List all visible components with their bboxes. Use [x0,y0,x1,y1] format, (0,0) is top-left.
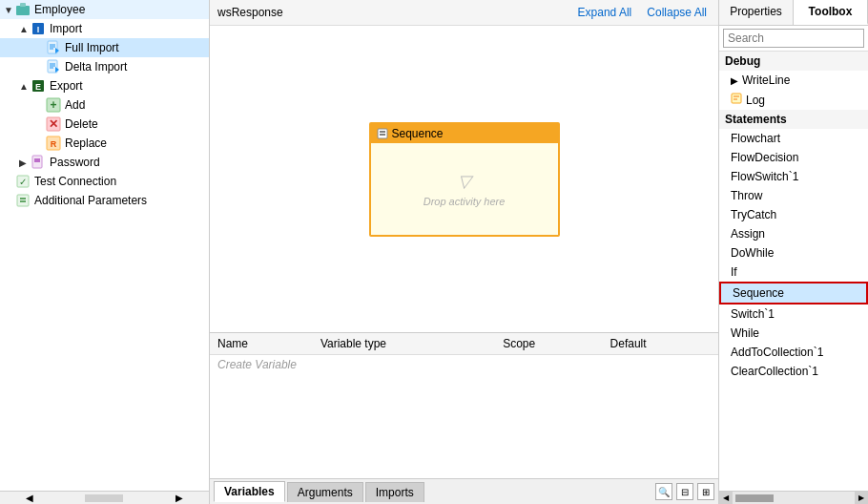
sidebar-item-replace[interactable]: R Replace [0,134,209,153]
sequence-label: Sequence [733,286,784,300]
toolbox-item-flowdecision[interactable]: FlowDecision [719,148,868,167]
toolbox-item-switch1[interactable]: Switch`1 [719,304,868,324]
zoom-out-button[interactable]: ⊟ [676,483,693,500]
sidebar-item-additional-parameters[interactable]: Additional Parameters [0,191,209,210]
log-icon [731,93,742,107]
expand-arrow-import[interactable]: ▲ [19,24,29,34]
sidebar-item-delete[interactable]: ✕ Delete [0,115,209,134]
toolbox-item-sequence[interactable]: Sequence [719,282,868,304]
sidebar-label-additional-parameters: Additional Parameters [34,194,147,207]
tab-arguments[interactable]: Arguments [287,482,363,502]
expand-all-button[interactable]: Expand All [574,6,636,19]
expand-arrow-employee[interactable]: ▼ [4,5,13,15]
svg-text:✕: ✕ [49,117,58,131]
export-icon: E [31,78,46,94]
sidebar-item-delta-import[interactable]: Delta Import [0,57,209,76]
svg-text:R: R [51,139,57,149]
sidebar: ▼ Employee ▲ I Import Full Import Delta … [0,0,210,504]
ws-response-label: wsResponse [217,6,283,19]
full-import-icon [46,40,61,55]
sidebar-item-password[interactable]: ▶ Password [0,153,209,172]
sidebar-label-export: Export [50,79,83,93]
right-panel: Properties Toolbox Debug ▶ WriteLine Log… [718,0,868,504]
sidebar-label-employee: Employee [34,3,85,16]
sidebar-label-delta-import: Delta Import [65,60,127,74]
tab-properties[interactable]: Properties [719,0,794,25]
toolbox-item-log[interactable]: Log [719,90,868,110]
scroll-right-arrow[interactable]: ▶ [855,492,868,505]
main-area: wsResponse Expand All Collapse All Seque… [210,0,718,504]
scroll-track[interactable] [733,492,855,505]
create-variable-row[interactable]: Create Variable [210,355,718,375]
additional-parameters-icon [15,193,31,208]
toolbox-item-addtocollection[interactable]: AddToCollection`1 [719,343,868,362]
expand-arrow-password[interactable]: ▶ [19,158,29,168]
sidebar-item-employee[interactable]: ▼ Employee [0,0,209,19]
svg-rect-33 [732,94,741,103]
sidebar-label-test-connection: Test Connection [34,175,116,188]
variable-table-container: Name Variable type Scope Default Create … [210,333,718,478]
sidebar-item-test-connection[interactable]: ✓ Test Connection [0,172,209,191]
svg-rect-0 [16,6,30,15]
log-label: Log [746,94,765,107]
sidebar-item-export[interactable]: ▲ E Export [0,76,209,95]
toolbox-item-while[interactable]: While [719,324,868,343]
toolbox-item-flowchart[interactable]: Flowchart [719,129,868,148]
svg-text:+: + [50,98,56,112]
expand-arrow-full-import [34,43,44,53]
flowdecision-label: FlowDecision [731,151,798,164]
drop-arrow-icon: ▽ [458,171,471,192]
tab-variables[interactable]: Variables [214,481,285,502]
search-variables-button[interactable]: 🔍 [655,483,672,500]
toolbox-list: Debug ▶ WriteLine Log Statements Flowcha… [719,52,868,491]
toolbox-item-dowhile[interactable]: DoWhile [719,243,868,262]
col-variable-type: Variable type [313,333,495,355]
svg-text:✓: ✓ [19,177,27,187]
collapse-all-button[interactable]: Collapse All [643,6,711,19]
sequence-title-icon [377,128,388,139]
dowhile-label: DoWhile [731,246,774,260]
toolbox-item-if[interactable]: If [719,262,868,282]
search-input[interactable] [723,29,864,48]
replace-icon: R [46,136,61,151]
section-debug: Debug [719,52,868,71]
create-variable-cell[interactable]: Create Variable [210,355,718,375]
sidebar-label-delete: Delete [65,117,98,131]
toolbox-item-assign[interactable]: Assign [719,224,868,243]
toolbox-item-throw[interactable]: Throw [719,186,868,205]
right-panel-tabs: Properties Toolbox [719,0,868,26]
var-tab-icons: 🔍 ⊟ ⊞ [655,483,714,500]
sidebar-scroll-right[interactable]: ▶ [176,493,183,503]
sidebar-label-replace: Replace [65,136,107,150]
tab-toolbox[interactable]: Toolbox [794,0,868,25]
toolbox-item-trycatch[interactable]: TryCatch [719,205,868,224]
toolbox-item-flowswitch[interactable]: FlowSwitch`1 [719,167,868,186]
sequence-drop-area[interactable]: ▽ Drop activity here [408,143,521,235]
sidebar-label-add: Add [65,98,85,112]
search-container [719,26,868,52]
sidebar-item-full-import[interactable]: Full Import [0,38,209,57]
sidebar-item-add[interactable]: + Add [0,95,209,115]
tab-imports[interactable]: Imports [365,482,424,502]
expand-arrow-export[interactable]: ▲ [19,81,29,92]
clearcollection-label: ClearCollection`1 [731,365,818,378]
sidebar-bottom-bar: ◀ ▶ [0,491,209,504]
col-name: Name [210,333,313,355]
svg-rect-1 [20,3,26,7]
addtocollection-label: AddToCollection`1 [731,346,823,359]
toolbox-item-clearcollection[interactable]: ClearCollection`1 [719,362,868,381]
import-icon: I [31,21,46,36]
throw-label: Throw [731,189,762,202]
flowchart-label: Flowchart [731,132,780,145]
employee-icon [15,2,31,17]
toolbox-item-writeline[interactable]: ▶ WriteLine [719,71,868,90]
zoom-in-button[interactable]: ⊞ [697,483,714,500]
scroll-left-arrow[interactable]: ◀ [719,492,733,505]
design-canvas[interactable]: Sequence ▽ Drop activity here [210,26,718,332]
expand-arrow-delta-import [34,62,44,73]
sidebar-scroll-left[interactable]: ◀ [26,493,33,503]
flowswitch-label: FlowSwitch`1 [731,170,798,183]
sequence-title: Sequence [371,124,558,143]
sidebar-item-import[interactable]: ▲ I Import [0,19,209,38]
sequence-title-text: Sequence [392,127,444,140]
